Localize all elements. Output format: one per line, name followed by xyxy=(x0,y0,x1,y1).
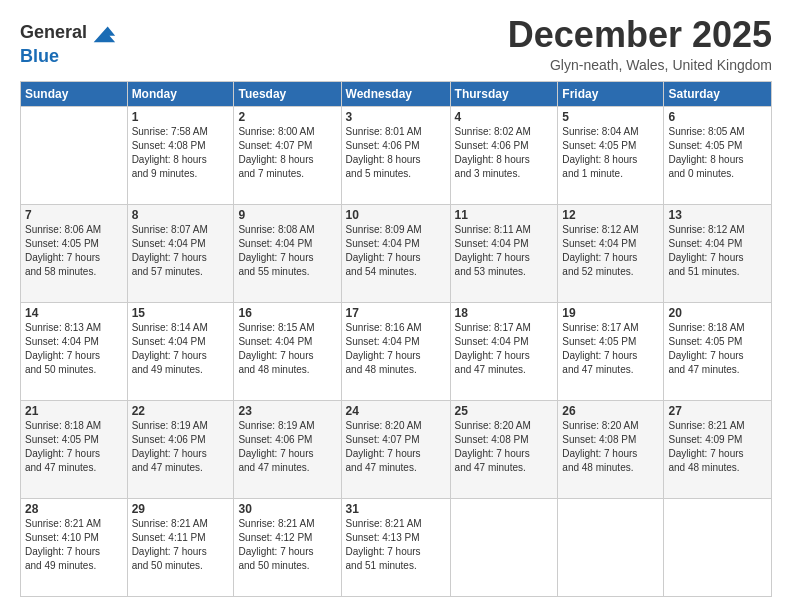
calendar-cell: 27Sunrise: 8:21 AMSunset: 4:09 PMDayligh… xyxy=(664,400,772,498)
day-number: 14 xyxy=(25,306,123,320)
col-wednesday: Wednesday xyxy=(341,81,450,106)
calendar-cell: 13Sunrise: 8:12 AMSunset: 4:04 PMDayligh… xyxy=(664,204,772,302)
logo-icon xyxy=(89,19,117,47)
day-info: Sunrise: 8:21 AMSunset: 4:10 PMDaylight:… xyxy=(25,517,123,573)
calendar-cell: 3Sunrise: 8:01 AMSunset: 4:06 PMDaylight… xyxy=(341,106,450,204)
calendar-cell: 7Sunrise: 8:06 AMSunset: 4:05 PMDaylight… xyxy=(21,204,128,302)
calendar-cell: 2Sunrise: 8:00 AMSunset: 4:07 PMDaylight… xyxy=(234,106,341,204)
calendar-cell: 9Sunrise: 8:08 AMSunset: 4:04 PMDaylight… xyxy=(234,204,341,302)
calendar-cell: 6Sunrise: 8:05 AMSunset: 4:05 PMDaylight… xyxy=(664,106,772,204)
day-info: Sunrise: 8:12 AMSunset: 4:04 PMDaylight:… xyxy=(668,223,767,279)
day-number: 7 xyxy=(25,208,123,222)
calendar-cell: 10Sunrise: 8:09 AMSunset: 4:04 PMDayligh… xyxy=(341,204,450,302)
day-info: Sunrise: 8:06 AMSunset: 4:05 PMDaylight:… xyxy=(25,223,123,279)
calendar-cell: 28Sunrise: 8:21 AMSunset: 4:10 PMDayligh… xyxy=(21,498,128,596)
day-info: Sunrise: 8:09 AMSunset: 4:04 PMDaylight:… xyxy=(346,223,446,279)
calendar-cell: 17Sunrise: 8:16 AMSunset: 4:04 PMDayligh… xyxy=(341,302,450,400)
day-info: Sunrise: 8:00 AMSunset: 4:07 PMDaylight:… xyxy=(238,125,336,181)
day-number: 16 xyxy=(238,306,336,320)
calendar-cell: 26Sunrise: 8:20 AMSunset: 4:08 PMDayligh… xyxy=(558,400,664,498)
svg-marker-0 xyxy=(94,26,115,42)
logo: General Blue xyxy=(20,19,117,67)
logo-blue: Blue xyxy=(20,47,117,67)
day-info: Sunrise: 8:21 AMSunset: 4:12 PMDaylight:… xyxy=(238,517,336,573)
calendar-cell: 4Sunrise: 8:02 AMSunset: 4:06 PMDaylight… xyxy=(450,106,558,204)
day-number: 26 xyxy=(562,404,659,418)
day-number: 9 xyxy=(238,208,336,222)
col-friday: Friday xyxy=(558,81,664,106)
col-tuesday: Tuesday xyxy=(234,81,341,106)
calendar-week-3: 21Sunrise: 8:18 AMSunset: 4:05 PMDayligh… xyxy=(21,400,772,498)
month-title: December 2025 xyxy=(508,15,772,55)
day-number: 4 xyxy=(455,110,554,124)
day-info: Sunrise: 7:58 AMSunset: 4:08 PMDaylight:… xyxy=(132,125,230,181)
day-number: 5 xyxy=(562,110,659,124)
calendar-week-4: 28Sunrise: 8:21 AMSunset: 4:10 PMDayligh… xyxy=(21,498,772,596)
calendar-cell: 15Sunrise: 8:14 AMSunset: 4:04 PMDayligh… xyxy=(127,302,234,400)
day-info: Sunrise: 8:08 AMSunset: 4:04 PMDaylight:… xyxy=(238,223,336,279)
col-sunday: Sunday xyxy=(21,81,128,106)
day-number: 8 xyxy=(132,208,230,222)
day-info: Sunrise: 8:05 AMSunset: 4:05 PMDaylight:… xyxy=(668,125,767,181)
calendar-cell: 22Sunrise: 8:19 AMSunset: 4:06 PMDayligh… xyxy=(127,400,234,498)
col-thursday: Thursday xyxy=(450,81,558,106)
day-number: 27 xyxy=(668,404,767,418)
location: Glyn-neath, Wales, United Kingdom xyxy=(508,57,772,73)
day-number: 29 xyxy=(132,502,230,516)
calendar-cell: 8Sunrise: 8:07 AMSunset: 4:04 PMDaylight… xyxy=(127,204,234,302)
day-info: Sunrise: 8:01 AMSunset: 4:06 PMDaylight:… xyxy=(346,125,446,181)
logo-text: General xyxy=(20,23,87,43)
day-number: 11 xyxy=(455,208,554,222)
day-info: Sunrise: 8:17 AMSunset: 4:05 PMDaylight:… xyxy=(562,321,659,377)
calendar-cell: 24Sunrise: 8:20 AMSunset: 4:07 PMDayligh… xyxy=(341,400,450,498)
calendar-cell: 5Sunrise: 8:04 AMSunset: 4:05 PMDaylight… xyxy=(558,106,664,204)
calendar-week-0: 1Sunrise: 7:58 AMSunset: 4:08 PMDaylight… xyxy=(21,106,772,204)
day-number: 15 xyxy=(132,306,230,320)
calendar-cell: 25Sunrise: 8:20 AMSunset: 4:08 PMDayligh… xyxy=(450,400,558,498)
day-info: Sunrise: 8:20 AMSunset: 4:08 PMDaylight:… xyxy=(562,419,659,475)
day-number: 28 xyxy=(25,502,123,516)
title-block: December 2025 Glyn-neath, Wales, United … xyxy=(508,15,772,73)
calendar-cell: 14Sunrise: 8:13 AMSunset: 4:04 PMDayligh… xyxy=(21,302,128,400)
day-info: Sunrise: 8:12 AMSunset: 4:04 PMDaylight:… xyxy=(562,223,659,279)
day-info: Sunrise: 8:21 AMSunset: 4:09 PMDaylight:… xyxy=(668,419,767,475)
day-info: Sunrise: 8:07 AMSunset: 4:04 PMDaylight:… xyxy=(132,223,230,279)
day-number: 3 xyxy=(346,110,446,124)
day-info: Sunrise: 8:20 AMSunset: 4:08 PMDaylight:… xyxy=(455,419,554,475)
day-number: 21 xyxy=(25,404,123,418)
day-info: Sunrise: 8:02 AMSunset: 4:06 PMDaylight:… xyxy=(455,125,554,181)
day-info: Sunrise: 8:16 AMSunset: 4:04 PMDaylight:… xyxy=(346,321,446,377)
calendar-cell xyxy=(21,106,128,204)
day-number: 24 xyxy=(346,404,446,418)
calendar-cell: 12Sunrise: 8:12 AMSunset: 4:04 PMDayligh… xyxy=(558,204,664,302)
day-number: 13 xyxy=(668,208,767,222)
day-number: 20 xyxy=(668,306,767,320)
day-number: 31 xyxy=(346,502,446,516)
day-info: Sunrise: 8:21 AMSunset: 4:11 PMDaylight:… xyxy=(132,517,230,573)
calendar-cell: 21Sunrise: 8:18 AMSunset: 4:05 PMDayligh… xyxy=(21,400,128,498)
calendar-cell: 1Sunrise: 7:58 AMSunset: 4:08 PMDaylight… xyxy=(127,106,234,204)
day-info: Sunrise: 8:19 AMSunset: 4:06 PMDaylight:… xyxy=(238,419,336,475)
day-info: Sunrise: 8:04 AMSunset: 4:05 PMDaylight:… xyxy=(562,125,659,181)
col-saturday: Saturday xyxy=(664,81,772,106)
day-number: 18 xyxy=(455,306,554,320)
calendar-cell xyxy=(558,498,664,596)
day-info: Sunrise: 8:19 AMSunset: 4:06 PMDaylight:… xyxy=(132,419,230,475)
header: General Blue December 2025 Glyn-neath, W… xyxy=(20,15,772,73)
calendar-cell xyxy=(664,498,772,596)
calendar-cell xyxy=(450,498,558,596)
calendar-cell: 20Sunrise: 8:18 AMSunset: 4:05 PMDayligh… xyxy=(664,302,772,400)
page: General Blue December 2025 Glyn-neath, W… xyxy=(0,0,792,612)
day-number: 10 xyxy=(346,208,446,222)
day-info: Sunrise: 8:21 AMSunset: 4:13 PMDaylight:… xyxy=(346,517,446,573)
calendar-cell: 16Sunrise: 8:15 AMSunset: 4:04 PMDayligh… xyxy=(234,302,341,400)
col-monday: Monday xyxy=(127,81,234,106)
day-info: Sunrise: 8:14 AMSunset: 4:04 PMDaylight:… xyxy=(132,321,230,377)
calendar-header-row: Sunday Monday Tuesday Wednesday Thursday… xyxy=(21,81,772,106)
day-info: Sunrise: 8:18 AMSunset: 4:05 PMDaylight:… xyxy=(668,321,767,377)
day-number: 25 xyxy=(455,404,554,418)
calendar-week-1: 7Sunrise: 8:06 AMSunset: 4:05 PMDaylight… xyxy=(21,204,772,302)
calendar-cell: 18Sunrise: 8:17 AMSunset: 4:04 PMDayligh… xyxy=(450,302,558,400)
day-number: 22 xyxy=(132,404,230,418)
day-info: Sunrise: 8:15 AMSunset: 4:04 PMDaylight:… xyxy=(238,321,336,377)
